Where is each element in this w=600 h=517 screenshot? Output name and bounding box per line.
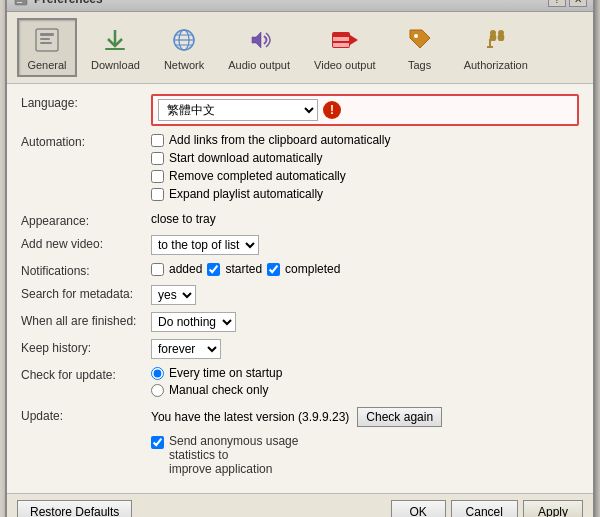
automation-option-2: Remove completed automatically — [151, 169, 579, 183]
footer: Restore Defaults OK Cancel Apply — [7, 493, 593, 517]
anonymous-spacer — [21, 434, 151, 436]
language-label: Language: — [21, 94, 151, 110]
video-icon — [329, 24, 361, 56]
svg-rect-8 — [105, 48, 125, 50]
keep-history-select[interactable]: forever 1 week 1 month — [151, 339, 221, 359]
automation-option-1: Start download automatically — [151, 151, 579, 165]
appearance-row: Appearance: close to tray — [21, 212, 579, 228]
check-update-row: Check for update: Every time on startup … — [21, 366, 579, 400]
title-bar-controls: ? ✕ — [548, 0, 587, 7]
appearance-label: Appearance: — [21, 212, 151, 228]
toolbar-video[interactable]: Video output — [304, 18, 386, 77]
check-update-label: Check for update: — [21, 366, 151, 382]
svg-rect-3 — [17, 2, 22, 3]
download-icon — [99, 24, 131, 56]
automation-option-3: Expand playlist automatically — [151, 187, 579, 201]
added-checkbox[interactable] — [151, 263, 164, 276]
keep-history-row: Keep history: forever 1 week 1 month — [21, 339, 579, 359]
toolbar-tags[interactable]: Tags — [390, 18, 450, 77]
tags-icon — [404, 24, 436, 56]
content-area: Language: 繁體中文 ! Automation: Add links f… — [7, 84, 593, 493]
general-icon — [31, 24, 63, 56]
expand-playlist-label: Expand playlist automatically — [169, 187, 323, 201]
every-time-radio[interactable] — [151, 367, 164, 380]
toolbar-general[interactable]: General — [17, 18, 77, 77]
cancel-button[interactable]: Cancel — [451, 500, 518, 517]
toolbar-download[interactable]: Download — [81, 18, 150, 77]
added-label: added — [169, 262, 202, 276]
language-control: 繁體中文 ! — [151, 94, 579, 126]
svg-rect-6 — [40, 38, 50, 40]
start-download-checkbox[interactable] — [151, 152, 164, 165]
language-row: Language: 繁體中文 ! — [21, 94, 579, 126]
when-finished-control: Do nothing Shut down Hibernate — [151, 312, 579, 332]
update-control: You have the latest version (3.9.9.23) C… — [151, 407, 579, 427]
audio-icon — [243, 24, 275, 56]
warning-icon: ! — [323, 101, 341, 119]
automation-label: Automation: — [21, 133, 151, 149]
started-checkbox[interactable] — [207, 263, 220, 276]
toolbar-audio-label: Audio output — [228, 59, 290, 71]
anonymous-row: Send anonymous usage statistics to impro… — [21, 434, 579, 476]
update-row: Update: You have the latest version (3.9… — [21, 407, 579, 427]
search-metadata-select[interactable]: yes no — [151, 285, 196, 305]
auth-icon — [480, 24, 512, 56]
radio-manual: Manual check only — [151, 383, 579, 397]
svg-rect-5 — [40, 33, 54, 36]
every-time-label: Every time on startup — [169, 366, 282, 380]
remove-completed-label: Remove completed automatically — [169, 169, 346, 183]
add-new-video-label: Add new video: — [21, 235, 151, 251]
title-bar: Preferences ? ✕ — [7, 0, 593, 12]
automation-options: Add links from the clipboard automatical… — [151, 133, 579, 205]
radio-every-time: Every time on startup — [151, 366, 579, 380]
check-again-button[interactable]: Check again — [357, 407, 442, 427]
update-text: You have the latest version (3.9.9.23) — [151, 410, 349, 424]
update-label: Update: — [21, 407, 151, 423]
window-icon — [13, 0, 29, 7]
started-label: started — [225, 262, 262, 276]
preferences-window: Preferences ? ✕ General — [5, 0, 595, 517]
add-new-video-control: to the top of list — [151, 235, 579, 255]
footer-right-buttons: OK Cancel Apply — [391, 500, 583, 517]
automation-row: Automation: Add links from the clipboard… — [21, 133, 579, 205]
search-metadata-control: yes no — [151, 285, 579, 305]
add-new-video-select[interactable]: to the top of list — [151, 235, 259, 255]
completed-checkbox[interactable] — [267, 263, 280, 276]
anonymous-label: Send anonymous usage statistics to impro… — [169, 434, 298, 476]
notifications-label: Notifications: — [21, 262, 151, 278]
start-download-label: Start download automatically — [169, 151, 322, 165]
help-button[interactable]: ? — [548, 0, 566, 7]
svg-rect-17 — [333, 41, 349, 43]
ok-button[interactable]: OK — [391, 500, 446, 517]
notifications-row: Notifications: added started completed — [21, 262, 579, 278]
toolbar-network-label: Network — [164, 59, 204, 71]
remove-completed-checkbox[interactable] — [151, 170, 164, 183]
toolbar-tags-label: Tags — [408, 59, 431, 71]
restore-defaults-button[interactable]: Restore Defaults — [17, 500, 132, 517]
svg-rect-16 — [333, 33, 349, 37]
window-title: Preferences — [34, 0, 103, 6]
network-icon — [168, 24, 200, 56]
language-select[interactable]: 繁體中文 — [158, 99, 318, 121]
title-bar-left: Preferences — [13, 0, 103, 7]
manual-radio[interactable] — [151, 384, 164, 397]
when-finished-label: When all are finished: — [21, 312, 151, 328]
close-button[interactable]: ✕ — [569, 0, 587, 7]
anonymous-checkbox[interactable] — [151, 436, 164, 449]
anonymous-control: Send anonymous usage statistics to impro… — [151, 434, 579, 476]
expand-playlist-checkbox[interactable] — [151, 188, 164, 201]
search-metadata-row: Search for metadata: yes no — [21, 285, 579, 305]
manual-label: Manual check only — [169, 383, 268, 397]
toolbar-audio[interactable]: Audio output — [218, 18, 300, 77]
toolbar-network[interactable]: Network — [154, 18, 214, 77]
add-links-checkbox[interactable] — [151, 134, 164, 147]
language-warning-box: 繁體中文 ! — [151, 94, 579, 126]
notifications-control: added started completed — [151, 262, 579, 276]
svg-rect-7 — [40, 42, 52, 44]
completed-label: completed — [285, 262, 340, 276]
when-finished-select[interactable]: Do nothing Shut down Hibernate — [151, 312, 236, 332]
toolbar-general-label: General — [27, 59, 66, 71]
toolbar-auth[interactable]: Authorization — [454, 18, 538, 77]
keep-history-control: forever 1 week 1 month — [151, 339, 579, 359]
apply-button[interactable]: Apply — [523, 500, 583, 517]
